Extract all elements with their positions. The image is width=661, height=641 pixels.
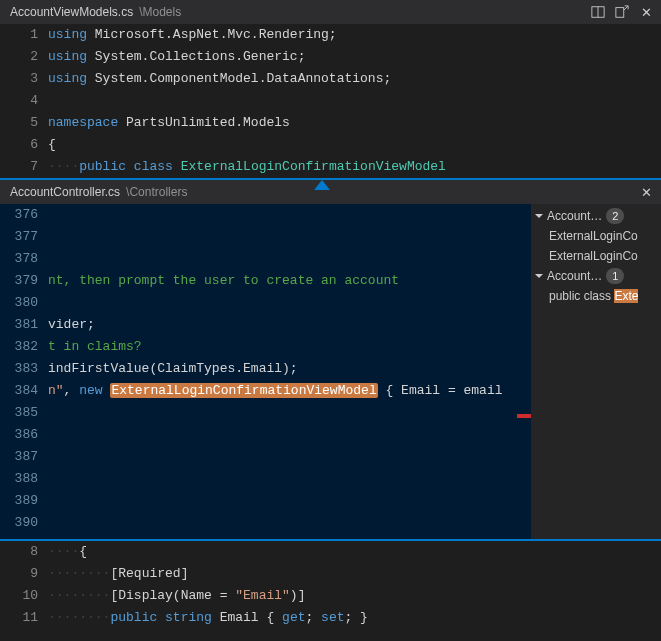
code-line[interactable]: indFirstValue(ClaimTypes.Email); [48,358,531,380]
peek-result-item[interactable]: public class Exte [531,286,661,306]
close-icon[interactable]: ✕ [637,183,655,201]
line-number: 389 [0,490,38,512]
peek-pane: AccountController.cs \Controllers ✕ 3763… [0,178,661,541]
line-number: 9 [0,563,38,585]
line-number: 6 [0,134,38,156]
tab-path: \Models [139,5,181,19]
line-number: 390 [0,512,38,534]
code-line[interactable]: using System.Collections.Generic; [48,46,661,68]
peek-result-item[interactable]: ExternalLoginCo [531,246,661,266]
line-number: 1 [0,24,38,46]
count-badge: 1 [606,268,624,284]
code-line[interactable]: { [48,134,661,156]
peek-group-title: Account… [547,209,602,223]
count-badge: 2 [606,208,624,224]
code-line[interactable]: using System.ComponentModel.DataAnnotati… [48,68,661,90]
line-number: 386 [0,424,38,446]
code-line[interactable]: t in claims? [48,336,531,358]
line-number: 7 [0,156,38,178]
line-number: 3 [0,68,38,90]
code-line[interactable] [48,204,531,226]
peek-path: \Controllers [126,185,187,199]
peek-tab[interactable]: AccountController.cs \Controllers [10,185,187,199]
code-line[interactable]: ····public class ExternalLoginConfirmati… [48,156,661,178]
peek-tab-bar: AccountController.cs \Controllers ✕ [0,180,661,204]
svg-rect-2 [616,8,624,18]
chevron-down-icon [535,214,543,218]
line-number: 376 [0,204,38,226]
bottom-editor[interactable]: 891011 ····{········[Required]········[D… [0,541,661,629]
chevron-down-icon [535,274,543,278]
code-line[interactable] [48,490,531,512]
code-line[interactable] [48,424,531,446]
line-number: 4 [0,90,38,112]
peek-group-header[interactable]: Account… 2 [531,206,661,226]
scrollbar-error-marker[interactable] [517,414,531,418]
tab-filename: AccountViewModels.cs [10,5,133,19]
promote-to-document-icon[interactable] [613,3,631,21]
code-line[interactable] [48,468,531,490]
document-tab[interactable]: AccountViewModels.cs \Models [10,5,181,19]
line-number: 391 [0,534,38,539]
line-number: 2 [0,46,38,68]
line-number: 387 [0,446,38,468]
line-number: 11 [0,607,38,629]
top-pane: AccountViewModels.cs \Models ✕ 1234567 u… [0,0,661,178]
code-line[interactable]: n", new ExternalLoginConfirmationViewMod… [48,380,531,402]
peek-results-list: Account… 2 ExternalLoginCoExternalLoginC… [531,204,661,539]
code-line[interactable]: ····{ [48,541,661,563]
line-number: 5 [0,112,38,134]
code-line[interactable] [48,402,531,424]
svg-line-3 [624,6,628,10]
peek-arrow-icon [314,180,330,190]
top-editor[interactable]: 1234567 using Microsoft.AspNet.Mvc.Rende… [0,24,661,178]
close-icon[interactable]: ✕ [637,3,655,21]
line-number: 384 [0,380,38,402]
peek-result-item[interactable]: ExternalLoginCo [531,226,661,246]
line-number: 380 [0,292,38,314]
line-number: 10 [0,585,38,607]
split-window-icon[interactable] [589,3,607,21]
top-tab-bar: AccountViewModels.cs \Models ✕ [0,0,661,24]
code-line[interactable] [48,292,531,314]
code-line[interactable]: vider; [48,314,531,336]
code-line[interactable] [48,534,531,539]
code-line[interactable] [48,446,531,468]
peek-filename: AccountController.cs [10,185,120,199]
line-number: 377 [0,226,38,248]
code-line[interactable] [48,90,661,112]
line-number: 383 [0,358,38,380]
line-number: 382 [0,336,38,358]
code-line[interactable]: namespace PartsUnlimited.Models [48,112,661,134]
line-number: 8 [0,541,38,563]
line-number: 378 [0,248,38,270]
line-number: 381 [0,314,38,336]
code-line[interactable]: ········[Required] [48,563,661,585]
code-line[interactable]: ········public string Email { get; set; … [48,607,661,629]
peek-group-title: Account… [547,269,602,283]
code-line[interactable] [48,248,531,270]
line-number: 388 [0,468,38,490]
peek-editor[interactable]: 3763773783793803813823833843853863873883… [0,204,531,539]
line-number: 379 [0,270,38,292]
code-line[interactable]: ········[Display(Name = "Email")] [48,585,661,607]
line-number: 385 [0,402,38,424]
bottom-pane: 891011 ····{········[Required]········[D… [0,541,661,629]
peek-group-header[interactable]: Account… 1 [531,266,661,286]
code-line[interactable] [48,512,531,534]
code-line[interactable]: nt, then prompt the user to create an ac… [48,270,531,292]
code-line[interactable]: using Microsoft.AspNet.Mvc.Rendering; [48,24,661,46]
code-line[interactable] [48,226,531,248]
